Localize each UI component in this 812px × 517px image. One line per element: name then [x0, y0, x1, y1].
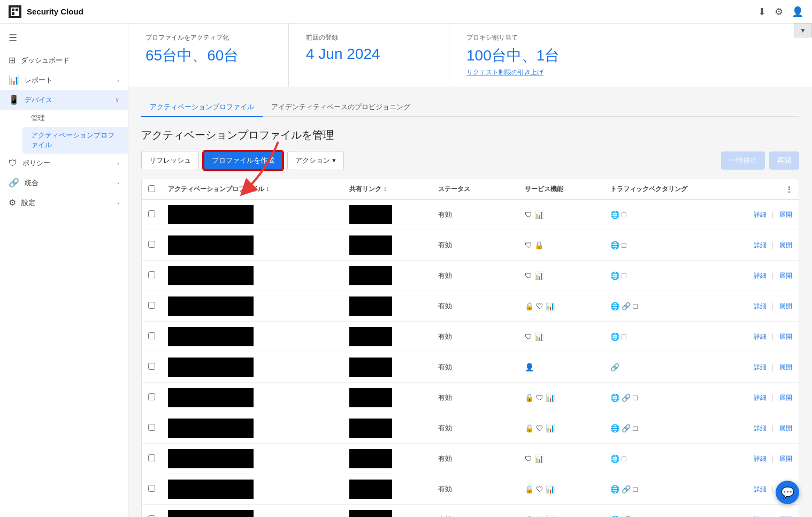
sidebar-item-integration[interactable]: 🔗 統合 ›: [0, 173, 128, 193]
expand-link[interactable]: 展開: [779, 211, 792, 218]
row-share: [343, 200, 431, 230]
detail-link[interactable]: 詳細: [754, 333, 767, 340]
settings-icon[interactable]: ⚙: [775, 6, 783, 18]
user-icon[interactable]: 👤: [792, 6, 803, 18]
select-all-checkbox[interactable]: [148, 185, 155, 192]
share-link-redacted: [349, 296, 392, 316]
row-share: [343, 444, 431, 474]
detail-link[interactable]: 詳細: [754, 424, 767, 432]
expand-link[interactable]: 展開: [779, 394, 792, 401]
chat-button[interactable]: 💬: [776, 481, 799, 504]
sidebar: ☰ ⊞ ダッシュボード 📊 レポート › 📱 デバイス ∨ 管理 アクティベーシ…: [0, 24, 128, 517]
row-service: 🔒 🛡 📊: [518, 474, 604, 505]
row-traffic: 🌐 🔗 □: [604, 474, 747, 505]
sidebar-item-policy[interactable]: 🛡 ポリシー ›: [0, 154, 128, 173]
service-icons: 🛡 📊: [525, 210, 597, 219]
profile-name-redacted: [168, 388, 254, 407]
svg-rect-2: [16, 9, 18, 11]
topbar: Security Cloud ⬇ ⚙ 👤: [0, 0, 812, 24]
devices-icon: 📱: [9, 95, 19, 105]
expand-link[interactable]: 展開: [779, 424, 792, 432]
row-traffic: 🌐 🔗 □: [604, 383, 747, 413]
row-checkbox[interactable]: [148, 271, 155, 278]
traffic-icons: 🌐 □: [610, 332, 740, 341]
row-service: 🛡 📊: [518, 322, 604, 352]
col-header-actions: ⋮: [747, 179, 799, 200]
row-checkbox[interactable]: [148, 424, 155, 431]
sidebar-item-activation-profiles[interactable]: アクティベーションプロファイル: [22, 127, 128, 154]
traffic-icons: 🌐 □: [610, 454, 740, 463]
row-name: [162, 230, 343, 261]
row-checkbox[interactable]: [148, 393, 155, 400]
tab-activation[interactable]: アクティベーションプロファイル: [141, 98, 263, 117]
profile-name-redacted: [168, 358, 254, 377]
row-actions: 詳細 ｜ 展開: [747, 200, 799, 230]
detail-link[interactable]: 詳細: [754, 394, 767, 401]
pause-button[interactable]: 一時停止: [721, 151, 765, 170]
expand-link[interactable]: 展開: [779, 241, 792, 249]
detail-link[interactable]: 詳細: [754, 363, 767, 371]
refresh-button[interactable]: リフレッシュ: [141, 151, 199, 170]
detail-link[interactable]: 詳細: [754, 241, 767, 249]
stat-active-profiles: プロファイルをアクティブ化 65台中、60台: [128, 24, 289, 87]
share-link-redacted: [349, 327, 392, 346]
detail-link[interactable]: 詳細: [754, 272, 767, 279]
row-share: [343, 352, 431, 383]
row-share: [343, 322, 431, 352]
detail-link[interactable]: 詳細: [754, 455, 767, 462]
share-link-redacted: [349, 510, 392, 517]
detail-link[interactable]: 詳細: [754, 302, 767, 310]
row-service: 🔒 🛡 📊: [518, 383, 604, 413]
row-actions: 詳細 ｜ 展開: [747, 444, 799, 474]
sidebar-item-settings[interactable]: ⚙ 設定 ›: [0, 193, 128, 212]
row-actions: 詳細 ｜ 展開: [747, 505, 799, 518]
row-checkbox[interactable]: [148, 210, 155, 217]
stat-link-2[interactable]: リクエスト制限の引き上げ: [466, 68, 795, 77]
expand-link[interactable]: 展開: [779, 333, 792, 340]
row-checkbox[interactable]: [148, 332, 155, 339]
expand-link[interactable]: 展開: [779, 455, 792, 462]
row-checkbox[interactable]: [148, 454, 155, 461]
dropdown-arrow[interactable]: ▼: [794, 24, 812, 37]
share-link-redacted: [349, 480, 392, 499]
sidebar-item-devices[interactable]: 📱 デバイス ∨: [0, 90, 128, 110]
expand-link[interactable]: 展開: [779, 272, 792, 279]
resume-button[interactable]: 再開: [769, 151, 799, 170]
detail-link[interactable]: 詳細: [754, 485, 767, 493]
reports-icon: 📊: [9, 75, 19, 85]
row-checkbox[interactable]: [148, 363, 155, 370]
sidebar-item-management[interactable]: 管理: [22, 110, 128, 127]
expand-link[interactable]: 展開: [779, 302, 792, 310]
layout: ☰ ⊞ ダッシュボード 📊 レポート › 📱 デバイス ∨ 管理 アクティベーシ…: [0, 24, 812, 517]
sidebar-item-dashboard[interactable]: ⊞ ダッシュボード: [0, 50, 128, 70]
table-header-row: アクティベーションプロファイル ↕ 共有リンク ↕ ステータス サービス機能: [142, 179, 799, 200]
svg-rect-1: [12, 9, 14, 11]
menu-icon[interactable]: ☰: [0, 28, 128, 50]
chevron-down-icon: ∨: [115, 96, 119, 103]
table-row: 有効 🔒 🛡 📊 🌐 🔗 □ 詳細 ｜ 展開: [142, 413, 799, 444]
row-checkbox[interactable]: [148, 485, 155, 492]
traffic-icons: 🌐 🔗 □: [610, 485, 740, 493]
stat-label-0: プロファイルをアクティブ化: [145, 33, 271, 42]
service-icons: 🛡 🔒: [525, 241, 597, 249]
row-traffic: 🌐 □: [604, 444, 747, 474]
select-all-cell: [142, 179, 162, 200]
row-checkbox[interactable]: [148, 241, 155, 248]
row-share: [343, 505, 431, 518]
download-icon[interactable]: ⬇: [758, 6, 766, 18]
traffic-icons: 🌐 🔗 □: [610, 302, 740, 310]
detail-link[interactable]: 詳細: [754, 211, 767, 218]
sidebar-item-reports[interactable]: 📊 レポート ›: [0, 70, 128, 90]
table-row: 有効 🛡 📊 🌐 □ 詳細 ｜ 展開: [142, 322, 799, 352]
tab-identity[interactable]: アイデンティティベースのプロビジョニング: [263, 98, 419, 117]
create-profile-button[interactable]: プロファイルを作成: [203, 151, 283, 170]
expand-link[interactable]: 展開: [779, 363, 792, 371]
action-dropdown-button[interactable]: アクション ▾: [287, 151, 344, 170]
status-badge: 有効: [438, 241, 452, 249]
row-status: 有効: [432, 230, 518, 261]
sidebar-item-label: ダッシュボード: [21, 56, 70, 65]
status-badge: 有効: [438, 424, 452, 432]
row-checkbox[interactable]: [148, 302, 155, 309]
row-name: [162, 322, 343, 352]
row-status: 有効: [432, 200, 518, 230]
